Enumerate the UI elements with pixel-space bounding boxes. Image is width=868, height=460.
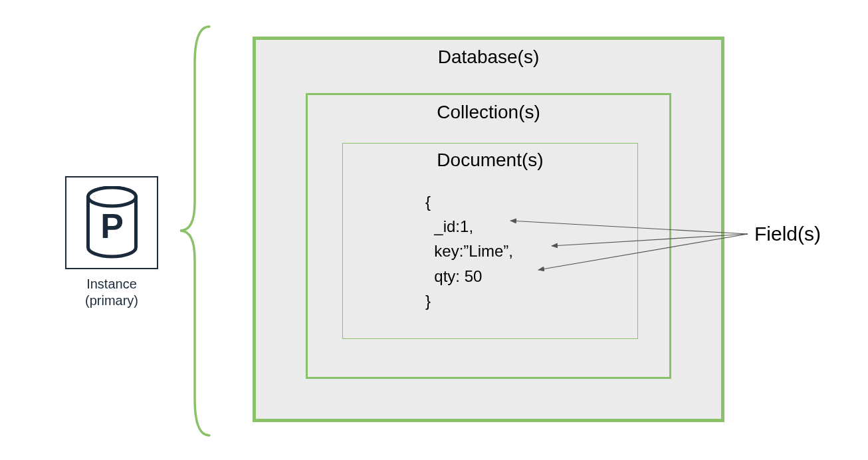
database-title: Database(s) (253, 47, 724, 68)
json-line-key: key:”Lime”, (425, 242, 513, 260)
database-cylinder-icon: P (80, 186, 144, 259)
document-title: Document(s) (342, 150, 638, 171)
collection-title: Collection(s) (306, 102, 671, 123)
instance-letter: P (100, 207, 124, 245)
diagram-canvas: P Instance (primary) Database(s) Collect… (0, 0, 868, 460)
document-json: { _id:1, key:”Lime”, qty: 50 } (425, 189, 513, 313)
instance-label: Instance (primary) (65, 276, 158, 309)
json-line-id: _id:1, (425, 217, 473, 235)
instance-label-line1: Instance (86, 277, 137, 291)
curly-brace-icon (176, 23, 216, 439)
instance-label-line2: (primary) (85, 293, 138, 308)
fields-label: Field(s) (754, 223, 821, 245)
json-line-qty: qty: 50 (425, 267, 482, 285)
json-open-brace: { (425, 193, 431, 211)
instance-box: P (65, 176, 158, 269)
svg-point-1 (88, 187, 136, 206)
json-close-brace: } (425, 292, 431, 310)
